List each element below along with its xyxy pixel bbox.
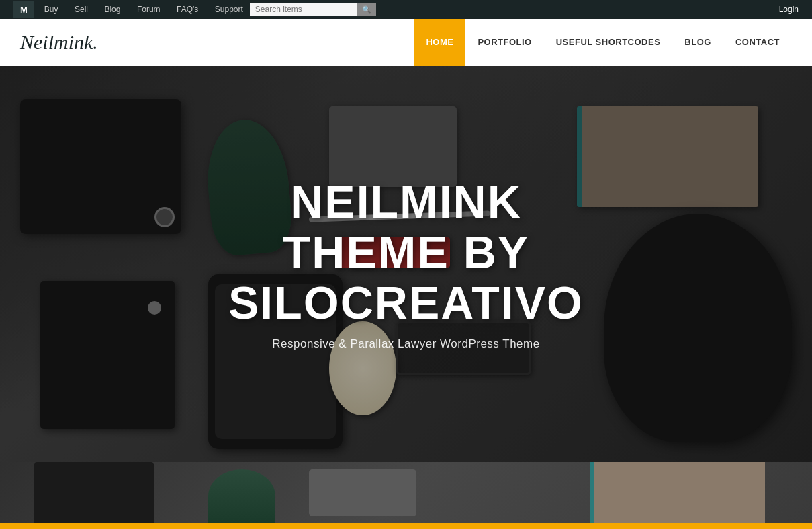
hero-content: NEILMINK THEME BY SILOCREATIVO Responsiv…: [203, 177, 609, 351]
topbar-link-faqs[interactable]: FAQ's: [170, 5, 205, 14]
hero-section: NEILMINK THEME BY SILOCREATIVO Responsiv…: [0, 66, 812, 462]
topbar-logo: M: [13, 1, 34, 18]
topbar-nav: Buy Sell Blog Forum FAQ's Support: [38, 0, 250, 19]
nav-link-shortcodes[interactable]: USEFUL SHORTCODES: [544, 19, 673, 66]
search-bar: 🔍: [250, 3, 376, 16]
top-bar: M Buy Sell Blog Forum FAQ's Support 🔍 Lo…: [0, 0, 812, 19]
topbar-link-sell[interactable]: Sell: [68, 5, 95, 14]
nav-link-contact[interactable]: CONTACT: [723, 19, 792, 66]
search-button[interactable]: 🔍: [357, 3, 376, 16]
main-nav-links: HOME PORTFOLIO USEFUL SHORTCODES BLOG CO…: [414, 19, 792, 66]
topbar-link-buy[interactable]: Buy: [38, 5, 65, 14]
top-bar-left: M Buy Sell Blog Forum FAQ's Support 🔍: [13, 0, 376, 19]
hero-subtitle: Responsive & Parallax Lawyer WordPress T…: [203, 338, 609, 352]
strip-wallet: [34, 462, 154, 523]
strip-bowtie: [309, 469, 416, 516]
strip-sunglasses: [208, 469, 275, 523]
nav-link-portfolio[interactable]: PORTFOLIO: [465, 19, 543, 66]
cta-bar: HIRE A LAWYER! CALL TO ACTION: [0, 523, 812, 529]
nav-link-home[interactable]: HOME: [414, 19, 465, 66]
main-nav: Neilmink. HOME PORTFOLIO USEFUL SHORTCOD…: [0, 19, 812, 66]
topbar-link-blog[interactable]: Blog: [97, 5, 127, 14]
second-strip: [0, 462, 812, 523]
brand-logo: Neilmink.: [20, 31, 98, 54]
hero-title: NEILMINK THEME BY SILOCREATIVO: [203, 177, 609, 327]
nav-link-blog[interactable]: BLOG: [672, 19, 723, 66]
login-link[interactable]: Login: [779, 5, 799, 14]
topbar-link-support[interactable]: Support: [208, 5, 250, 14]
topbar-link-forum[interactable]: Forum: [130, 5, 167, 14]
strip-notebook: [590, 462, 765, 523]
search-input[interactable]: [250, 3, 357, 16]
